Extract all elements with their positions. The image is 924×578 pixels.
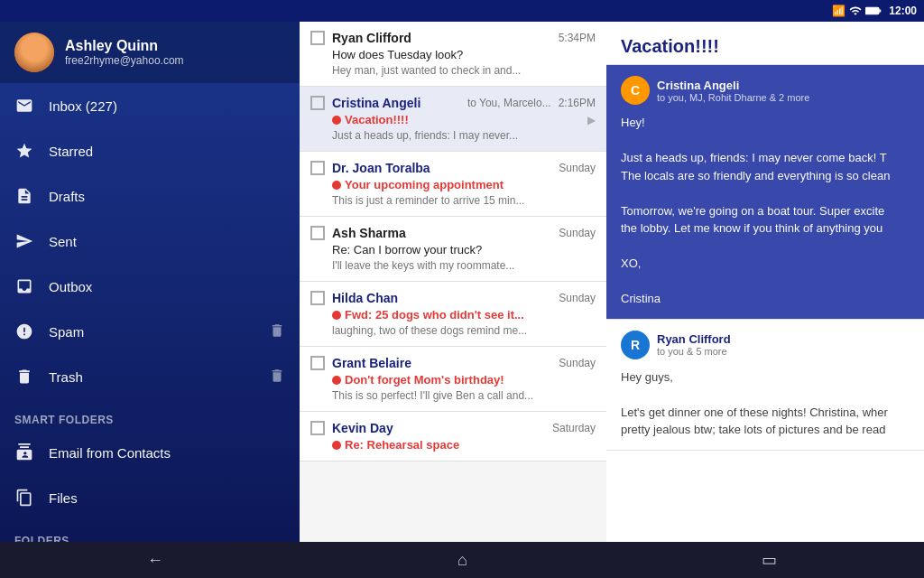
battery-icon xyxy=(865,5,882,17)
email-item-6[interactable]: Grant Belaire Sunday Don't forget Mom's … xyxy=(300,347,606,412)
trash-label: Trash xyxy=(49,369,254,385)
red-dot-3 xyxy=(332,181,341,190)
file-icon xyxy=(14,488,34,508)
mail-icon xyxy=(14,96,34,116)
contacts-label: Email from Contacts xyxy=(49,445,285,461)
sender-3: Dr. Joan Toralba xyxy=(332,161,551,175)
email-item-2[interactable]: Cristina Angeli to You, Marcelo... 2:16P… xyxy=(300,87,606,152)
message-block-2: R Ryan Clifford to you & 5 more Hey guys… xyxy=(606,320,924,451)
sidebar-item-trash[interactable]: Trash xyxy=(0,354,300,399)
draft-icon xyxy=(14,186,34,206)
red-dot-2 xyxy=(332,116,341,125)
star-icon xyxy=(14,141,34,161)
message-to-1: to you, MJ, Rohit Dharne & 2 more xyxy=(657,92,809,103)
subject-6: Don't forget Mom's birthday! xyxy=(345,373,504,387)
preview-1: Hey man, just wanted to check in and... xyxy=(310,64,596,77)
back-button[interactable]: ← xyxy=(129,547,181,573)
time-2: 2:16PM xyxy=(559,97,596,109)
email-item-7[interactable]: Kevin Day Saturday Re: Rehearsal space xyxy=(300,412,606,461)
sender-to-2: to You, Marcelo... xyxy=(465,97,551,109)
trash-icon xyxy=(14,367,34,387)
subject-2: Vacation!!!! xyxy=(345,113,409,126)
sidebar-item-spam[interactable]: Spam xyxy=(0,309,300,354)
sent-label: Sent xyxy=(49,234,285,249)
detail-subject: Vacation!!!! xyxy=(606,22,924,65)
time-7: Saturday xyxy=(552,422,596,434)
folders-label: Folders xyxy=(0,527,300,542)
home-button[interactable]: ⌂ xyxy=(439,547,485,573)
email-item-3[interactable]: Dr. Joan Toralba Sunday Your upcoming ap… xyxy=(300,152,606,217)
avatar xyxy=(14,33,54,72)
signal-icon xyxy=(849,5,862,17)
spam-delete-icon[interactable] xyxy=(269,322,285,341)
nav-list: Inbox (227) Starred Drafts xyxy=(0,83,300,399)
sender-avatar-2: R xyxy=(621,331,650,359)
preview-3: This is just a reminder to arrive 15 min… xyxy=(310,194,596,207)
email-item-5[interactable]: Hilda Chan Sunday Fwd: 25 dogs who didn'… xyxy=(300,282,606,347)
red-dot-5 xyxy=(332,311,341,320)
checkbox-7[interactable] xyxy=(310,421,325,435)
email-item-1[interactable]: Ryan Clifford 5:34PM How does Tuesday lo… xyxy=(300,22,606,87)
recent-button[interactable]: ▭ xyxy=(744,546,795,573)
sender-1: Ryan Clifford xyxy=(332,31,551,45)
sender-avatar-1: C xyxy=(621,76,650,105)
sender-6: Grant Belaire xyxy=(332,356,551,370)
send-icon xyxy=(14,231,34,251)
checkbox-2[interactable] xyxy=(310,96,325,110)
sidebar-item-sent[interactable]: Sent xyxy=(0,219,300,264)
checkbox-5[interactable] xyxy=(310,291,325,305)
preview-5: laughing, two of these dogs remind me... xyxy=(310,324,596,337)
svg-rect-0 xyxy=(865,7,879,14)
message-to-2: to you & 5 more xyxy=(657,346,731,357)
sidebar-item-contacts[interactable]: Email from Contacts xyxy=(0,430,300,475)
sender-4: Ash Sharma xyxy=(332,226,551,240)
checkbox-6[interactable] xyxy=(310,356,325,370)
message-sender-2: Ryan Clifford xyxy=(657,332,731,346)
user-email: free2rhyme@yahoo.com xyxy=(65,54,184,67)
subject-4: Re: Can I borrow your truck? xyxy=(310,243,596,256)
drafts-label: Drafts xyxy=(49,189,285,204)
spam-icon xyxy=(14,322,34,341)
message-block-1: C Cristina Angeli to you, MJ, Rohit Dhar… xyxy=(606,65,924,320)
svg-rect-1 xyxy=(879,10,881,13)
time-4: Sunday xyxy=(559,227,596,239)
subject-3: Your upcoming appointment xyxy=(345,178,504,191)
sender-2: Cristina Angeli xyxy=(332,96,457,110)
smart-folders-label: Smart Folders xyxy=(0,406,300,430)
preview-2: Just a heads up, friends: I may never... xyxy=(310,129,596,142)
message-sender-1: Cristina Angeli xyxy=(657,79,809,92)
message-body-2: Hey guys, Let's get dinner one of these … xyxy=(621,368,910,439)
email-item-4[interactable]: Ash Sharma Sunday Re: Can I borrow your … xyxy=(300,217,606,282)
status-icons: 📶 12:00 xyxy=(832,5,917,17)
sidebar-item-starred[interactable]: Starred xyxy=(0,128,300,173)
sidebar-item-files[interactable]: Files xyxy=(0,475,300,520)
user-header[interactable]: Ashley Quinn free2rhyme@yahoo.com xyxy=(0,22,300,83)
files-label: Files xyxy=(49,490,285,506)
trash-delete-icon[interactable] xyxy=(269,368,285,387)
wifi-icon: 📶 xyxy=(832,5,845,17)
contact-icon xyxy=(14,443,34,462)
inbox-label: Inbox (227) xyxy=(49,98,285,114)
email-list: Ryan Clifford 5:34PM How does Tuesday lo… xyxy=(300,22,606,542)
sender-7: Kevin Day xyxy=(332,421,545,435)
preview-4: I'll leave the keys with my roommate... xyxy=(310,259,596,272)
time-display: 12:00 xyxy=(889,5,917,17)
time-6: Sunday xyxy=(559,357,596,369)
sidebar: Ashley Quinn free2rhyme@yahoo.com Inbox … xyxy=(0,22,300,542)
bottom-nav: ← ⌂ ▭ xyxy=(0,542,924,578)
checkbox-4[interactable] xyxy=(310,226,325,240)
sidebar-item-outbox[interactable]: Outbox xyxy=(0,264,300,309)
sidebar-item-drafts[interactable]: Drafts xyxy=(0,173,300,219)
subject-5: Fwd: 25 dogs who didn't see it... xyxy=(345,308,524,322)
message-body-1: Hey! Just a heads up, friends: I may nev… xyxy=(621,114,910,308)
status-bar: 📶 12:00 xyxy=(0,0,924,22)
preview-6: This is so perfect! I'll give Ben a call… xyxy=(310,389,596,402)
email-detail: Vacation!!!! C Cristina Angeli to you, M… xyxy=(606,22,924,542)
starred-label: Starred xyxy=(49,144,285,159)
red-dot-7 xyxy=(332,441,341,450)
red-dot-6 xyxy=(332,376,341,385)
checkbox-3[interactable] xyxy=(310,161,325,175)
checkbox-1[interactable] xyxy=(310,31,325,45)
time-5: Sunday xyxy=(559,292,596,304)
sidebar-item-inbox[interactable]: Inbox (227) xyxy=(0,83,300,128)
